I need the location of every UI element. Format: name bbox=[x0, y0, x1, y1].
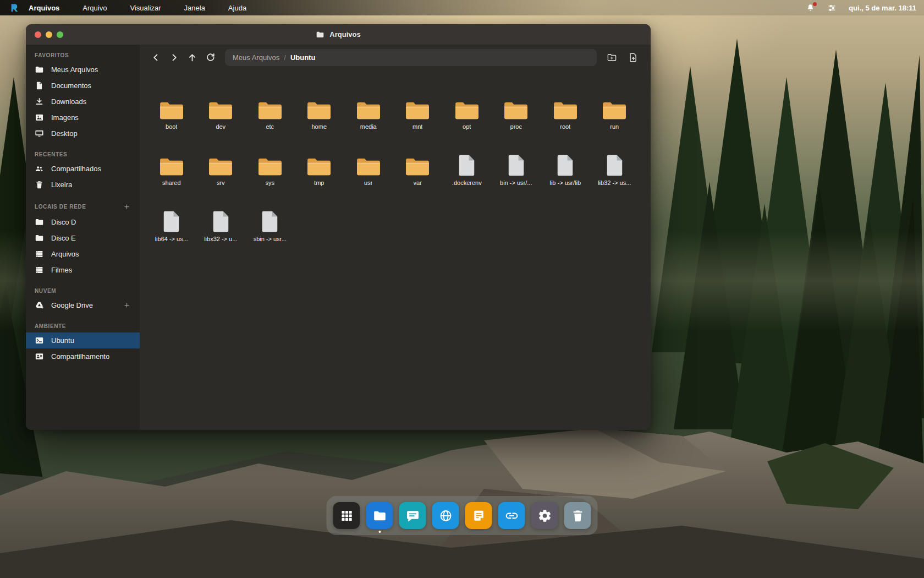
breadcrumb-parent[interactable]: Meus Arquivos bbox=[233, 53, 279, 62]
dock-settings[interactable] bbox=[531, 502, 558, 533]
sidebar-item-compartilhados[interactable]: Compartilhados bbox=[26, 161, 140, 177]
file-label: .dockerenv bbox=[452, 179, 482, 186]
people-icon bbox=[35, 164, 44, 173]
file-label: sys bbox=[266, 179, 275, 186]
window-title: Arquivos bbox=[316, 30, 360, 39]
gear-icon bbox=[537, 509, 552, 523]
sidebar-item-google-drive[interactable]: Google Drive bbox=[26, 297, 140, 313]
file-item-lib32-us[interactable]: lib32 -> us... bbox=[590, 141, 640, 198]
dock-notes[interactable] bbox=[465, 502, 492, 533]
add-google-drive-button[interactable] bbox=[123, 301, 131, 309]
file-item-opt[interactable]: opt bbox=[442, 85, 492, 141]
sidebar-item-filmes[interactable]: Filmes bbox=[26, 262, 140, 278]
sidebar-item-arquivos[interactable]: Arquivos bbox=[26, 246, 140, 262]
sidebar-item-compartilhamento[interactable]: Compartilhamento bbox=[26, 348, 140, 364]
folder-icon bbox=[208, 85, 233, 121]
file-item-boot[interactable]: boot bbox=[147, 85, 196, 141]
section-title: RECENTES bbox=[35, 151, 67, 157]
refresh-button[interactable] bbox=[202, 49, 218, 66]
file-item-home[interactable]: home bbox=[295, 85, 344, 141]
file-item-root[interactable]: root bbox=[541, 85, 590, 141]
sidebar-item-disco-e[interactable]: Disco E bbox=[26, 230, 140, 246]
forward-button[interactable] bbox=[166, 49, 182, 66]
file-item-tmp[interactable]: tmp bbox=[295, 141, 344, 198]
maximize-button[interactable] bbox=[57, 31, 63, 38]
sidebar-item-imagens[interactable]: Imagens bbox=[26, 110, 140, 126]
file-item-sbin-usr[interactable]: sbin -> usr... bbox=[245, 198, 295, 254]
file-item-run[interactable]: run bbox=[590, 85, 640, 141]
file-item-dev[interactable]: dev bbox=[196, 85, 246, 141]
app-logo-icon bbox=[9, 2, 20, 13]
dock-messages[interactable] bbox=[399, 502, 426, 533]
folder-icon bbox=[503, 85, 529, 121]
file-item-bin-usr[interactable]: bin -> usr/... bbox=[492, 141, 541, 198]
folder-icon bbox=[208, 141, 233, 177]
dock-files[interactable] bbox=[366, 502, 393, 533]
up-button[interactable] bbox=[184, 49, 200, 66]
note-icon bbox=[471, 509, 486, 523]
sidebar-item-lixeira[interactable]: Lixeira bbox=[26, 177, 140, 193]
file-icon bbox=[458, 141, 476, 177]
file-item-srv[interactable]: srv bbox=[196, 141, 246, 198]
sidebar-item-disco-d[interactable]: Disco D bbox=[26, 214, 140, 230]
folder-plus-icon bbox=[607, 52, 617, 63]
sidebar-item-desktop[interactable]: Desktop bbox=[26, 126, 140, 141]
section-title: LOCAIS DE REDE bbox=[35, 204, 86, 210]
grid-icon bbox=[339, 509, 354, 523]
file-item-usr[interactable]: usr bbox=[344, 141, 393, 198]
dock-browser[interactable] bbox=[432, 502, 459, 533]
file-item-mnt[interactable]: mnt bbox=[393, 85, 443, 141]
minimize-button[interactable] bbox=[46, 31, 52, 38]
sidebar-item-downloads[interactable]: Downloads bbox=[26, 94, 140, 110]
file-item-libx32-u[interactable]: libx32 -> u... bbox=[196, 198, 246, 254]
menu-arquivo[interactable]: Arquivo bbox=[82, 4, 107, 12]
menu-ajuda[interactable]: Ajuda bbox=[228, 4, 246, 12]
file-item-media[interactable]: media bbox=[344, 85, 393, 141]
new-folder-button[interactable] bbox=[603, 49, 620, 66]
file-item-proc[interactable]: proc bbox=[492, 85, 541, 141]
folder-icon bbox=[372, 509, 387, 523]
arrow-up-icon bbox=[187, 52, 197, 63]
close-button[interactable] bbox=[35, 31, 41, 38]
back-button[interactable] bbox=[147, 49, 164, 66]
clock[interactable]: qui., 5 de mar. 18:11 bbox=[849, 4, 916, 12]
chevron-right-icon bbox=[169, 52, 179, 63]
dock-links[interactable] bbox=[498, 502, 525, 533]
section-title: AMBIENTE bbox=[35, 323, 66, 329]
bell-icon[interactable] bbox=[806, 3, 815, 13]
folder-icon bbox=[454, 85, 480, 121]
titlebar[interactable]: Arquivos bbox=[26, 24, 651, 45]
running-indicator bbox=[378, 531, 381, 533]
main-pane: Meus Arquivos / Ubuntu bootdevetchomemed… bbox=[140, 45, 651, 430]
file-item-sys[interactable]: sys bbox=[245, 141, 295, 198]
sidebar: FAVORITOSMeus ArquivosDocumentosDownload… bbox=[26, 45, 140, 430]
upload-file-button[interactable] bbox=[625, 49, 641, 66]
menu-visualizar[interactable]: Visualizar bbox=[130, 4, 161, 12]
dock-launcher[interactable] bbox=[333, 502, 360, 533]
menu-janela[interactable]: Janela bbox=[184, 4, 205, 12]
file-item-etc[interactable]: etc bbox=[245, 85, 295, 141]
sidebar-item-meus-arquivos[interactable]: Meus Arquivos bbox=[26, 62, 140, 78]
chevron-left-icon bbox=[151, 52, 161, 63]
file-item-lib64-us[interactable]: lib64 -> us... bbox=[147, 198, 196, 254]
folder-icon bbox=[257, 141, 283, 177]
file-label: media bbox=[360, 123, 377, 130]
file-label: lib32 -> us... bbox=[598, 179, 631, 186]
file-label: var bbox=[414, 179, 422, 186]
image-icon bbox=[35, 113, 44, 122]
folder-icon bbox=[356, 141, 381, 177]
sidebar-item-documentos[interactable]: Documentos bbox=[26, 78, 140, 94]
tune-icon[interactable] bbox=[827, 3, 837, 13]
file-item-var[interactable]: var bbox=[393, 141, 443, 198]
file-label: opt bbox=[463, 123, 471, 130]
file-item-lib-usr-lib[interactable]: lib -> usr/lib bbox=[541, 141, 590, 198]
trash-icon bbox=[570, 509, 585, 523]
file-label: sbin -> usr... bbox=[254, 236, 287, 242]
file-item-dockerenv[interactable]: .dockerenv bbox=[442, 141, 492, 198]
file-item-shared[interactable]: shared bbox=[147, 141, 196, 198]
server-icon bbox=[35, 249, 44, 259]
dock-trash[interactable] bbox=[564, 502, 591, 533]
add-locais-de-rede-button[interactable] bbox=[123, 203, 131, 211]
menu-app-arquivos[interactable]: Arquivos bbox=[29, 4, 59, 12]
sidebar-item-ubuntu[interactable]: Ubuntu bbox=[26, 332, 140, 348]
